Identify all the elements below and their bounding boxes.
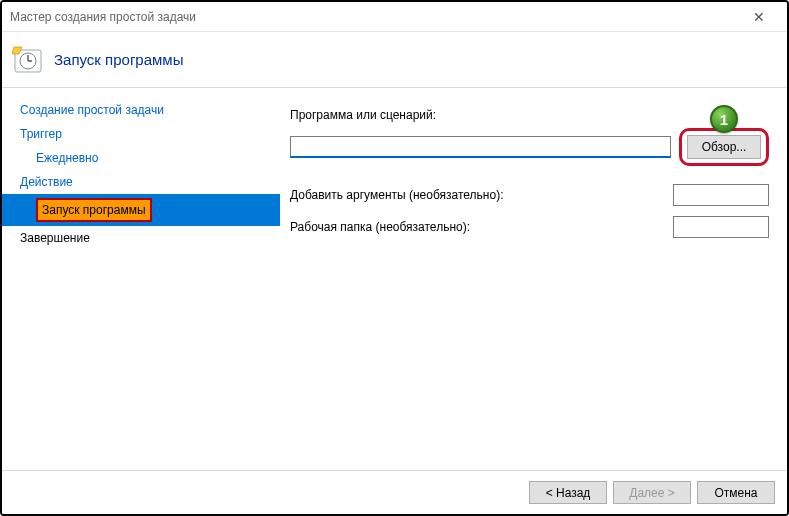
titlebar: Мастер создания простой задачи ✕ xyxy=(2,2,787,32)
wizard-main: Программа или сценарий: 1 Обзор... Добав… xyxy=(280,88,787,470)
sidebar-item-action[interactable]: Действие xyxy=(2,170,280,194)
next-button: Далее > xyxy=(613,481,691,504)
sidebar-item-daily[interactable]: Ежедневно xyxy=(2,146,280,170)
workdir-label: Рабочая папка (необязательно): xyxy=(290,220,470,234)
wizard-window: Мастер создания простой задачи ✕ Запуск … xyxy=(2,2,787,514)
annotation-badge-1: 1 xyxy=(710,105,738,133)
wizard-sidebar: Создание простой задачи Триггер Ежедневн… xyxy=(2,88,280,470)
wizard-body: Создание простой задачи Триггер Ежедневн… xyxy=(2,88,787,470)
sidebar-item-create-task[interactable]: Создание простой задачи xyxy=(2,98,280,122)
sidebar-item-trigger[interactable]: Триггер xyxy=(2,122,280,146)
sidebar-item-label: Запуск программы xyxy=(36,198,152,222)
program-label: Программа или сценарий: xyxy=(290,108,769,122)
sidebar-item-start-program[interactable]: Запуск программы xyxy=(2,194,280,226)
arguments-input[interactable] xyxy=(673,184,769,206)
wizard-header: Запуск программы xyxy=(2,32,787,88)
program-field-group: Программа или сценарий: xyxy=(290,108,769,122)
sidebar-item-finish[interactable]: Завершение xyxy=(2,226,280,250)
browse-button[interactable]: Обзор... xyxy=(687,135,761,159)
arguments-field-group: Добавить аргументы (необязательно): xyxy=(290,184,769,206)
page-title: Запуск программы xyxy=(54,51,183,68)
program-path-input[interactable] xyxy=(290,136,671,158)
task-clock-icon xyxy=(12,44,44,76)
window-title: Мастер создания простой задачи xyxy=(10,10,739,24)
arguments-label: Добавить аргументы (необязательно): xyxy=(290,188,503,202)
back-button[interactable]: < Назад xyxy=(529,481,607,504)
workdir-field-group: Рабочая папка (необязательно): xyxy=(290,216,769,238)
close-button[interactable]: ✕ xyxy=(739,3,779,31)
cancel-button[interactable]: Отмена xyxy=(697,481,775,504)
workdir-input[interactable] xyxy=(673,216,769,238)
browse-highlight: 1 Обзор... xyxy=(679,128,769,166)
wizard-footer: < Назад Далее > Отмена xyxy=(2,470,787,514)
